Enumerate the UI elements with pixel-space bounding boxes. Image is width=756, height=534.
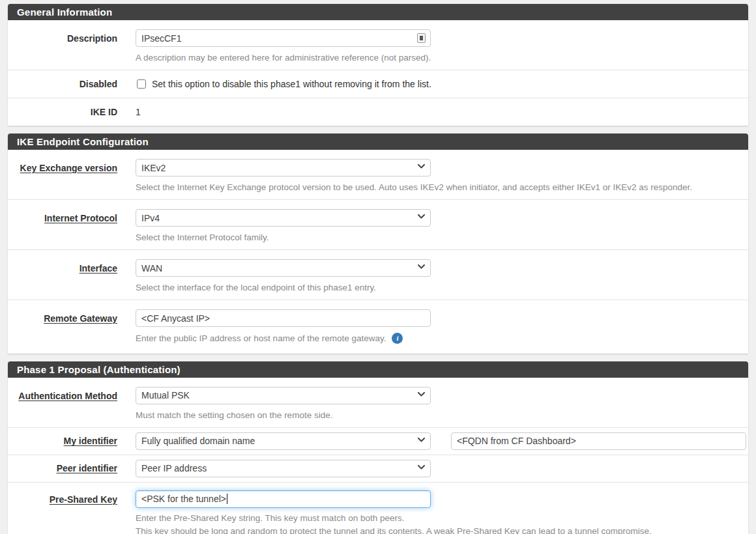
disabled-checkbox[interactable] bbox=[137, 79, 146, 89]
general-information-panel: General Information Description A descri… bbox=[8, 4, 748, 126]
my-identifier-select[interactable]: Fully qualified domain name bbox=[136, 432, 431, 450]
internet-protocol-select[interactable]: IPv4 bbox=[136, 209, 431, 227]
pre-shared-key-label: Pre-Shared Key bbox=[50, 494, 117, 505]
info-icon[interactable]: i bbox=[392, 333, 403, 344]
remote-gateway-help-text: Enter the public IP address or host name… bbox=[136, 333, 386, 343]
interface-label: Interface bbox=[80, 263, 117, 274]
authentication-method-select[interactable]: Mutual PSK bbox=[136, 387, 431, 404]
pre-shared-key-input[interactable]: <PSK for the tunnel> bbox=[136, 490, 431, 508]
internet-protocol-help-text: Select the Internet Protocol family. bbox=[136, 231, 738, 244]
internet-protocol-label: Internet Protocol bbox=[44, 213, 117, 223]
disabled-label: Disabled bbox=[80, 79, 117, 89]
my-identifier-data-input[interactable] bbox=[451, 432, 746, 450]
ipsec-phase1-form: General Information Description A descri… bbox=[0, 0, 756, 534]
key-exchange-version-help-text: Select the Internet Key Exchange protoco… bbox=[136, 181, 738, 193]
remote-gateway-input[interactable] bbox=[136, 309, 431, 327]
section-title-ike-endpoint-configuration: IKE Endpoint Configuration bbox=[8, 134, 748, 150]
section-title-general-information: General Information bbox=[8, 4, 748, 20]
description-input[interactable] bbox=[136, 29, 431, 47]
authentication-method-label: Authentication Method bbox=[18, 391, 117, 401]
ike-id-label: IKE ID bbox=[91, 107, 117, 117]
remote-gateway-label: Remote Gateway bbox=[44, 313, 117, 324]
interface-select[interactable]: WAN bbox=[136, 259, 431, 277]
key-exchange-version-label: Key Exchange version bbox=[20, 163, 117, 173]
ike-endpoint-configuration-panel: IKE Endpoint Configuration Key Exchange … bbox=[8, 134, 748, 354]
peer-identifier-select[interactable]: Peer IP address bbox=[136, 460, 431, 477]
description-help-text: A description may be entered here for ad… bbox=[136, 51, 738, 64]
autofill-icon bbox=[417, 33, 426, 43]
disabled-checkbox-label[interactable]: Set this option to disable this phase1 w… bbox=[152, 79, 431, 89]
peer-identifier-label: Peer identifier bbox=[57, 463, 117, 473]
section-title-phase1-proposal: Phase 1 Proposal (Authentication) bbox=[8, 361, 748, 378]
ike-id-value: 1 bbox=[136, 106, 738, 117]
pre-shared-key-help-text-1: Enter the Pre-Shared Key string. This ke… bbox=[136, 512, 738, 525]
key-exchange-version-select[interactable]: IKEv2 bbox=[136, 159, 431, 176]
interface-help-text: Select the interface for the local endpo… bbox=[136, 281, 738, 294]
pre-shared-key-help-text-2: This key should be long and random to pr… bbox=[136, 525, 738, 534]
my-identifier-label: My identifier bbox=[64, 436, 117, 446]
description-label: Description bbox=[67, 33, 117, 44]
text-caret bbox=[227, 494, 227, 504]
authentication-method-help-text: Must match the setting chosen on the rem… bbox=[136, 409, 738, 421]
phase1-proposal-authentication-panel: Phase 1 Proposal (Authentication) Authen… bbox=[8, 361, 748, 534]
